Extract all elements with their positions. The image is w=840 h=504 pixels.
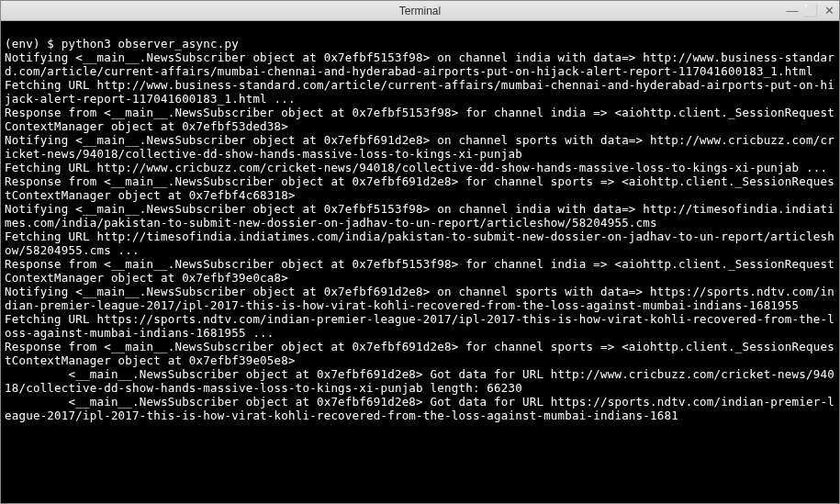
output-line: Notifying <__main__.NewsSubscriber objec… bbox=[5, 285, 834, 312]
output-line: Response from <__main__.NewsSubscriber o… bbox=[5, 257, 834, 285]
output-line: Notifying <__main__.NewsSubscriber objec… bbox=[5, 202, 834, 230]
output-line: Fetching URL https://sports.ndtv.com/ind… bbox=[5, 312, 834, 340]
terminal-output[interactable]: (env) $ python3 observer_async.py Notify… bbox=[1, 21, 839, 503]
output-line: Notifying <__main__.NewsSubscriber objec… bbox=[5, 50, 834, 78]
output-line: Fetching URL http://www.business-standar… bbox=[5, 78, 834, 106]
output-line: Response from <__main__.NewsSubscriber o… bbox=[5, 174, 834, 202]
window-title: Terminal bbox=[399, 5, 441, 17]
titlebar[interactable]: Terminal — ⬜ ✕ bbox=[1, 1, 839, 21]
minimize-icon[interactable]: — bbox=[786, 5, 799, 17]
output-line: <__main__.NewsSubscriber object at 0x7ef… bbox=[5, 367, 834, 395]
output-line: Notifying <__main__.NewsSubscriber objec… bbox=[5, 133, 834, 161]
prompt-line: (env) $ python3 observer_async.py bbox=[5, 37, 239, 50]
maximize-icon[interactable]: ⬜ bbox=[804, 5, 817, 17]
output-line: Fetching URL http://www.cricbuzz.com/cri… bbox=[5, 161, 827, 174]
output-line: Fetching URL http://timesofindia.indiati… bbox=[5, 230, 834, 257]
window-controls: — ⬜ ✕ bbox=[786, 5, 835, 17]
output-line: <__main__.NewsSubscriber object at 0x7ef… bbox=[5, 395, 834, 422]
terminal-window: Terminal — ⬜ ✕ (env) $ python3 observer_… bbox=[0, 0, 840, 504]
close-icon[interactable]: ✕ bbox=[823, 5, 835, 17]
output-line: Response from <__main__.NewsSubscriber o… bbox=[5, 106, 834, 133]
output-line: Response from <__main__.NewsSubscriber o… bbox=[5, 340, 834, 367]
